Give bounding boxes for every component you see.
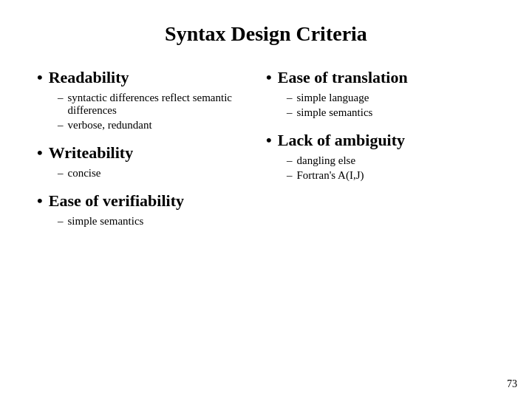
sub-item-dangling-else: – dangling else — [287, 154, 480, 167]
bullet-writeability-header: • Writeability — [37, 143, 251, 163]
verifiability-label: Ease of verifiability — [49, 191, 184, 211]
right-column: • Ease of translation – simple language … — [266, 68, 495, 239]
dash-simple-semantics-left: – — [58, 215, 64, 228]
sub-text-simple-semantics-right: simple semantics — [297, 106, 373, 119]
dash-syntactic: – — [58, 92, 64, 104]
dash-fortran: – — [287, 169, 293, 182]
readability-label: Readability — [49, 68, 129, 87]
bullet-writeability: • Writeability – concise — [37, 143, 251, 180]
sub-text-concise: concise — [68, 167, 101, 180]
sub-text-fortran: Fortran's A(I,J) — [297, 169, 364, 182]
sub-text-simple-language: simple language — [297, 92, 369, 104]
sub-item-simple-semantics-right: – simple semantics — [287, 106, 480, 119]
sub-item-fortran: – Fortran's A(I,J) — [287, 169, 480, 182]
sub-item-simple-language: – simple language — [287, 92, 480, 104]
bullet-readability: • Readability – syntactic differences re… — [37, 68, 251, 132]
sub-item-concise: – concise — [58, 167, 251, 180]
readability-sub-items: – syntactic differences reflect semantic… — [58, 92, 251, 132]
translation-label: Ease of translation — [278, 68, 408, 87]
ambiguity-sub-items: – dangling else – Fortran's A(I,J) — [287, 154, 480, 182]
bullet-dot-writeability: • — [37, 143, 43, 163]
bullet-ambiguity: • Lack of ambiguity – dangling else – Fo… — [266, 131, 480, 182]
sub-item-verbose: – verbose, redundant — [58, 119, 251, 132]
sub-text-verbose: verbose, redundant — [68, 119, 152, 132]
bullet-ambiguity-header: • Lack of ambiguity — [266, 131, 480, 150]
sub-text-simple-semantics-left: simple semantics — [68, 215, 144, 228]
translation-sub-items: – simple language – simple semantics — [287, 92, 480, 119]
bullet-verifiability-header: • Ease of verifiability — [37, 191, 251, 211]
page-number: 73 — [507, 378, 517, 390]
dash-verbose: – — [58, 119, 64, 132]
content-area: • Readability – syntactic differences re… — [37, 68, 495, 239]
sub-item-syntactic: – syntactic differences reflect semantic… — [58, 92, 251, 117]
bullet-translation-header: • Ease of translation — [266, 68, 480, 87]
bullet-readability-header: • Readability — [37, 68, 251, 87]
bullet-verifiability: • Ease of verifiability – simple semanti… — [37, 191, 251, 228]
dash-simple-language: – — [287, 92, 293, 104]
sub-item-simple-semantics-left: – simple semantics — [58, 215, 251, 228]
ambiguity-label: Lack of ambiguity — [278, 131, 405, 150]
dash-dangling-else: – — [287, 154, 293, 167]
left-column: • Readability – syntactic differences re… — [37, 68, 266, 239]
slide-title: Syntax Design Criteria — [37, 22, 495, 46]
sub-text-syntactic: syntactic differences reflect semantic d… — [68, 92, 252, 117]
dash-simple-semantics-right: – — [287, 106, 293, 119]
dash-concise: – — [58, 167, 64, 180]
bullet-dot-readability: • — [37, 68, 43, 87]
slide: Syntax Design Criteria • Readability – s… — [0, 0, 532, 399]
writeability-sub-items: – concise — [58, 167, 251, 180]
bullet-translation: • Ease of translation – simple language … — [266, 68, 480, 119]
bullet-dot-ambiguity: • — [266, 131, 272, 150]
verifiability-sub-items: – simple semantics — [58, 215, 251, 228]
sub-text-dangling-else: dangling else — [297, 154, 356, 167]
writeability-label: Writeability — [49, 143, 133, 163]
bullet-dot-translation: • — [266, 68, 272, 87]
bullet-dot-verifiability: • — [37, 191, 43, 211]
